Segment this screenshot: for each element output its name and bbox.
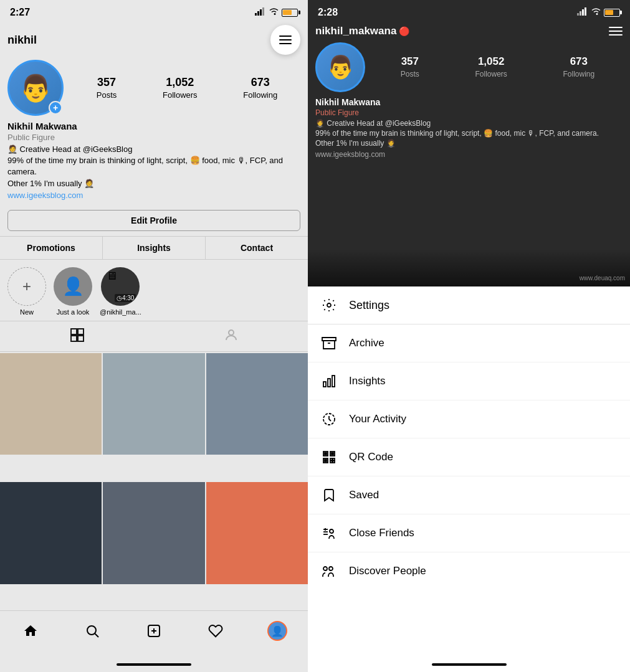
verified-badge: 🔴 bbox=[399, 26, 409, 36]
menu-item-close-friends[interactable]: Close Friends bbox=[308, 514, 630, 552]
svg-rect-33 bbox=[333, 458, 335, 460]
tab-contact[interactable]: Contact bbox=[206, 237, 308, 259]
indicator-bar-right bbox=[432, 663, 507, 666]
svg-rect-21 bbox=[332, 376, 335, 387]
signal-icon bbox=[255, 7, 266, 17]
bio-text-left: 🤵 Creative Head at @iGeeksBlog 99% of th… bbox=[7, 144, 300, 189]
avatar-plus-button[interactable]: + bbox=[49, 101, 62, 115]
avatar-right[interactable]: 👨 bbox=[315, 42, 365, 92]
plus-icon: + bbox=[22, 278, 31, 295]
menu-item-discover[interactable]: Discover People bbox=[308, 552, 630, 590]
stat-posts-left[interactable]: 357 Posts bbox=[97, 76, 117, 100]
archive-label: Archive bbox=[349, 337, 384, 349]
photo-cell-2[interactable] bbox=[103, 353, 204, 455]
tab-promotions[interactable]: Promotions bbox=[0, 237, 103, 259]
svg-point-37 bbox=[330, 529, 333, 533]
view-tabs bbox=[0, 321, 308, 352]
svg-point-40 bbox=[323, 567, 327, 570]
activity-label: Your Activity bbox=[349, 413, 406, 425]
stat-following-left[interactable]: 673 Following bbox=[243, 76, 277, 100]
battery-icon-right bbox=[604, 9, 620, 17]
avatar-circle-right: 👨 bbox=[315, 42, 365, 92]
profile-header-left: nikhil bbox=[0, 22, 308, 60]
nav-plus[interactable] bbox=[140, 617, 168, 645]
menu-item-archive[interactable]: Archive bbox=[308, 324, 630, 362]
svg-rect-32 bbox=[330, 461, 332, 463]
photo-cell-5[interactable] bbox=[103, 482, 204, 584]
discover-label: Discover People bbox=[349, 565, 426, 577]
followers-count-left: 1,052 bbox=[163, 76, 198, 89]
home-indicator-left bbox=[0, 657, 308, 672]
right-panel: 2:28 nikhil_makwana 🔴 bbox=[308, 0, 630, 672]
svg-rect-0 bbox=[255, 13, 257, 16]
nav-profile[interactable]: 👤 bbox=[264, 617, 291, 645]
bio-name-right: Nikhil Makwana bbox=[315, 97, 623, 107]
svg-rect-19 bbox=[323, 382, 326, 387]
indicator-bar-left bbox=[117, 663, 191, 666]
svg-point-8 bbox=[229, 330, 234, 335]
story-1[interactable]: 👤 Just a look bbox=[54, 267, 92, 316]
tagged-view-tab[interactable] bbox=[224, 328, 239, 345]
svg-rect-4 bbox=[71, 329, 77, 334]
tab-insights[interactable]: Insights bbox=[103, 237, 206, 259]
bio-text-right: 🤵 Creative Head at @iGeeksBlog 99% of th… bbox=[315, 118, 623, 149]
story-label-new: New bbox=[20, 308, 34, 316]
story-label-1: Just a look bbox=[57, 308, 90, 316]
svg-rect-17 bbox=[585, 7, 586, 16]
story-new[interactable]: + New bbox=[7, 267, 46, 316]
story-img-1: 👤 bbox=[62, 276, 84, 296]
svg-rect-5 bbox=[78, 329, 84, 334]
bio-name-left: Nikhil Makwana bbox=[7, 121, 300, 131]
avatar-container-left[interactable]: 👨 + bbox=[7, 60, 64, 116]
stat-followers-left[interactable]: 1,052 Followers bbox=[163, 76, 198, 100]
stat-posts-right[interactable]: 357 Posts bbox=[401, 55, 419, 79]
menu-item-qr[interactable]: QR Code bbox=[308, 438, 630, 476]
home-indicator-right bbox=[308, 657, 630, 672]
avatar-person-icon: 👨 bbox=[19, 73, 52, 103]
svg-rect-30 bbox=[330, 458, 332, 460]
nav-heart[interactable] bbox=[202, 617, 229, 645]
svg-rect-3 bbox=[262, 7, 264, 16]
bio-section-left: Nikhil Makwana Public Figure 🤵 Creative … bbox=[0, 121, 308, 206]
bio-link-right[interactable]: www.igeeksblog.com bbox=[315, 150, 623, 159]
menu-item-activity[interactable]: Your Activity bbox=[308, 400, 630, 438]
right-top-overlay: 2:28 nikhil_makwana 🔴 bbox=[308, 0, 630, 286]
nav-search[interactable] bbox=[79, 617, 106, 645]
svg-rect-20 bbox=[328, 379, 330, 387]
menu-item-saved[interactable]: Saved bbox=[308, 476, 630, 514]
posts-count-left: 357 bbox=[97, 76, 117, 89]
stat-following-right[interactable]: 673 Following bbox=[563, 55, 594, 79]
stat-followers-right[interactable]: 1,052 Followers bbox=[475, 55, 507, 79]
svg-rect-26 bbox=[325, 453, 327, 455]
photo-cell-6[interactable] bbox=[206, 482, 308, 584]
svg-point-18 bbox=[327, 303, 331, 307]
photo-cell-1[interactable] bbox=[0, 353, 102, 455]
bio-link-left[interactable]: www.igeeksblog.com bbox=[7, 191, 300, 200]
battery-icon-left bbox=[282, 9, 298, 17]
menu-item-insights[interactable]: Insights bbox=[308, 362, 630, 400]
grid-view-tab[interactable] bbox=[70, 328, 85, 345]
bio-category-right: Public Figure bbox=[315, 108, 623, 117]
following-label-left: Following bbox=[243, 90, 277, 100]
hamburger-icon-right[interactable] bbox=[609, 27, 623, 35]
wifi-icon-right bbox=[591, 7, 601, 18]
settings-icon bbox=[320, 296, 338, 314]
svg-rect-16 bbox=[582, 9, 584, 16]
archive-icon bbox=[320, 334, 338, 352]
status-bar-right: 2:28 bbox=[308, 0, 630, 22]
qr-label: QR Code bbox=[349, 451, 393, 463]
photo-cell-3[interactable] bbox=[206, 353, 308, 455]
nav-home[interactable] bbox=[17, 617, 44, 645]
menu-item-settings[interactable]: Settings bbox=[308, 286, 630, 324]
svg-rect-14 bbox=[577, 13, 579, 16]
svg-rect-2 bbox=[260, 9, 262, 16]
saved-icon bbox=[320, 486, 338, 504]
story-2[interactable]: 🖥 ◷4:30 @nikhil_ma... bbox=[100, 267, 141, 316]
followers-label-left: Followers bbox=[163, 90, 198, 100]
close-friends-icon bbox=[320, 524, 338, 542]
edit-profile-button[interactable]: Edit Profile bbox=[7, 210, 300, 231]
svg-line-10 bbox=[95, 634, 99, 638]
photo-cell-4[interactable] bbox=[0, 482, 102, 584]
story-circle-1: 👤 bbox=[54, 267, 92, 306]
hamburger-button[interactable] bbox=[270, 25, 300, 55]
